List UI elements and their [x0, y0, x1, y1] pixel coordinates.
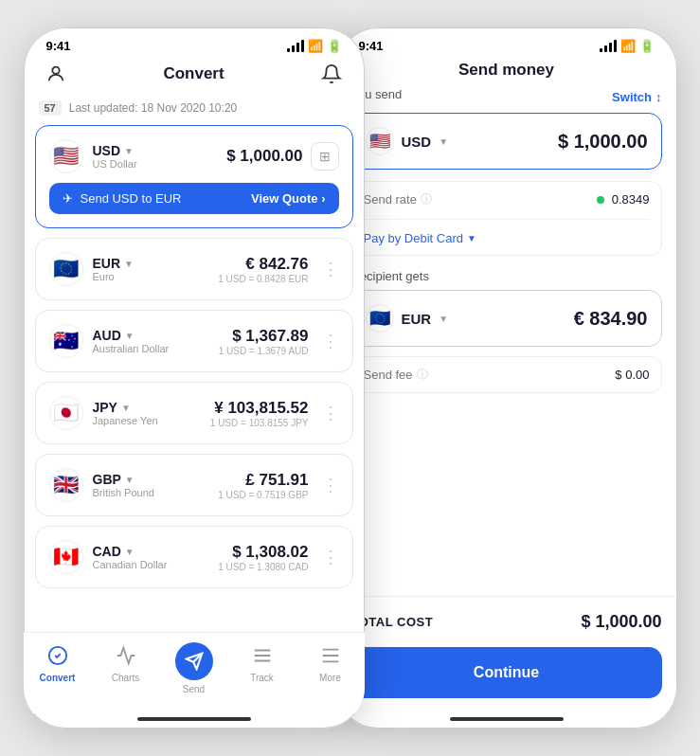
tab-convert[interactable]: Convert: [24, 642, 92, 694]
gbp-more-icon[interactable]: ⋮: [316, 475, 339, 495]
gbp-flag: 🇬🇧: [49, 468, 83, 502]
fee-info-icon: ⓘ: [417, 367, 428, 383]
aud-card[interactable]: 🇦🇺 AUD ▼ Australian Dollar $ 1,367.89 1 …: [35, 310, 353, 372]
svg-point-0: [52, 67, 59, 74]
tab-send[interactable]: Send: [160, 642, 228, 694]
eur-more-icon[interactable]: ⋮: [316, 259, 339, 279]
nav-title-left: Convert: [163, 64, 224, 83]
status-icons-right: 📶 🔋: [600, 39, 655, 53]
eur-card[interactable]: 🇪🇺 EUR ▼ Euro € 842.76 1 USD = 0.8428 EU…: [35, 238, 353, 300]
status-bar-left: 9:41 📶 🔋: [24, 27, 365, 57]
usd-amount: $ 1,000.00: [226, 147, 302, 166]
send-rate-row: Send rate ⓘ 0.8349: [364, 184, 650, 215]
send-fee-value: $ 0.00: [615, 368, 649, 382]
cad-code: CAD ▼: [93, 544, 168, 559]
send-money-section: You send Switch ↕ 🇺🇸 USD ▼ $ 1,000.00: [336, 87, 677, 495]
nav-bar-left: Convert: [24, 57, 365, 95]
bell-icon[interactable]: [318, 61, 345, 87]
send-rate-label: Send rate: [364, 192, 417, 207]
updated-text: Last updated: 18 Nov 2020 10:20: [69, 101, 237, 115]
wifi-icon-right: 📶: [620, 39, 636, 53]
send-bar-label: Send USD to EUR: [81, 191, 182, 206]
jpy-name: Japanese Yen: [93, 415, 158, 426]
send-bar[interactable]: ✈ Send USD to EUR View Quote ›: [49, 183, 339, 214]
convert-tab-icon: [45, 642, 71, 669]
cad-rate: 1 USD = 1.3080 CAD: [218, 562, 308, 572]
home-indicator-right: [450, 717, 564, 721]
total-cost-bar: TOTAL COST $ 1,000.00: [336, 596, 677, 647]
send-icon: ✈: [63, 191, 73, 206]
left-phone: 9:41 📶 🔋 Convert: [24, 27, 365, 729]
jpy-card[interactable]: 🇯🇵 JPY ▼ Japanese Yen ¥ 103,815.52 1 USD…: [35, 382, 353, 444]
jpy-more-icon[interactable]: ⋮: [316, 403, 339, 423]
eur-amount: € 842.76: [218, 255, 308, 274]
divider-1: [364, 219, 650, 220]
eur-code: EUR ▼: [93, 256, 134, 271]
signal-icon-right: [600, 40, 617, 52]
cad-flag: 🇨🇦: [49, 540, 83, 574]
info-icon: ⓘ: [421, 191, 432, 207]
cad-card[interactable]: 🇨🇦 CAD ▼ Canadian Dollar $ 1,308.02 1 US…: [35, 526, 353, 588]
cad-name: Canadian Dollar: [93, 559, 168, 570]
tab-bar-left: Convert Charts Send: [24, 632, 365, 713]
send-fab-icon: [175, 642, 213, 680]
usd-name: US Dollar: [93, 158, 137, 170]
gbp-name: British Pound: [93, 487, 154, 498]
send-fee-row: Send fee ⓘ $ 0.00: [364, 359, 650, 390]
aud-name: Australian Dollar: [93, 343, 170, 354]
aud-amount: $ 1,367.89: [219, 327, 309, 346]
pay-method-row[interactable]: Pay by Debit Card ▼: [364, 224, 650, 253]
send-tab-label: Send: [183, 684, 205, 694]
switch-icon: ↕: [655, 90, 662, 104]
recipient-currency-selector[interactable]: 🇪🇺 EUR ▼: [366, 304, 449, 333]
status-bar-right: 9:41 📶 🔋: [336, 27, 677, 57]
continue-button[interactable]: Continue: [351, 647, 662, 698]
gbp-rate: 1 USD = 0.7519 GBP: [218, 490, 308, 500]
recipient-flag: 🇪🇺: [366, 304, 394, 333]
tab-track[interactable]: Track: [228, 642, 296, 694]
wifi-icon: 📶: [308, 39, 323, 53]
time-right: 9:41: [359, 39, 384, 53]
tab-charts[interactable]: Charts: [92, 642, 160, 694]
updated-bar: 57 Last updated: 18 Nov 2020 10:20: [24, 95, 365, 125]
send-amount: $ 1,000.00: [558, 131, 648, 153]
view-quote-btn[interactable]: View Quote ›: [251, 191, 326, 206]
eur-name: Euro: [93, 271, 134, 282]
battery-icon: 🔋: [327, 39, 342, 53]
tab-more[interactable]: More: [296, 642, 365, 694]
switch-button[interactable]: Switch ↕: [612, 90, 661, 104]
more-tab-label: More: [319, 673, 341, 683]
aud-rate: 1 USD = 1.3679 AUD: [219, 346, 309, 356]
more-tab-icon: [317, 642, 344, 669]
battery-icon-right: 🔋: [639, 39, 655, 53]
calculator-icon[interactable]: ⊞: [311, 142, 339, 171]
gbp-code: GBP ▼: [93, 472, 154, 487]
jpy-code: JPY ▼: [93, 400, 158, 415]
recipient-card[interactable]: 🇪🇺 EUR ▼ € 834.90: [351, 290, 662, 347]
send-fee-label: Send fee: [364, 368, 413, 382]
signal-icon: [287, 40, 304, 52]
nav-bar-right: Send money: [336, 57, 677, 87]
usd-flag: 🇺🇸: [49, 139, 83, 173]
active-currency-card[interactable]: 🇺🇸 USD ▼ US Dollar $ 1,000.00 ⊞: [35, 125, 353, 228]
aud-more-icon[interactable]: ⋮: [316, 331, 339, 351]
green-dot-icon: [597, 196, 604, 204]
pay-method-label: Pay by Debit Card: [364, 231, 464, 245]
eur-flag: 🇪🇺: [49, 252, 83, 286]
aud-flag: 🇦🇺: [49, 324, 83, 358]
status-icons-left: 📶 🔋: [287, 39, 342, 53]
currency-section: 🇺🇸 USD ▼ US Dollar $ 1,000.00 ⊞: [24, 125, 365, 632]
aud-code: AUD ▼: [93, 328, 170, 343]
home-indicator-left: [137, 717, 251, 721]
cad-more-icon[interactable]: ⋮: [316, 547, 339, 567]
jpy-amount: ¥ 103,815.52: [210, 399, 309, 418]
send-currency-selector[interactable]: 🇺🇸 USD ▼: [366, 127, 449, 155]
profile-icon[interactable]: [43, 61, 69, 87]
pay-method-selector[interactable]: Pay by Debit Card ▼: [364, 231, 476, 245]
send-rate-value: 0.8349: [597, 192, 649, 207]
gbp-card[interactable]: 🇬🇧 GBP ▼ British Pound £ 751.91 1 USD = …: [35, 454, 353, 516]
pay-chevron-icon: ▼: [467, 233, 476, 243]
convert-tab-label: Convert: [40, 673, 76, 683]
eur-rate: 1 USD = 0.8428 EUR: [218, 274, 308, 284]
you-send-card[interactable]: 🇺🇸 USD ▼ $ 1,000.00: [351, 113, 662, 170]
